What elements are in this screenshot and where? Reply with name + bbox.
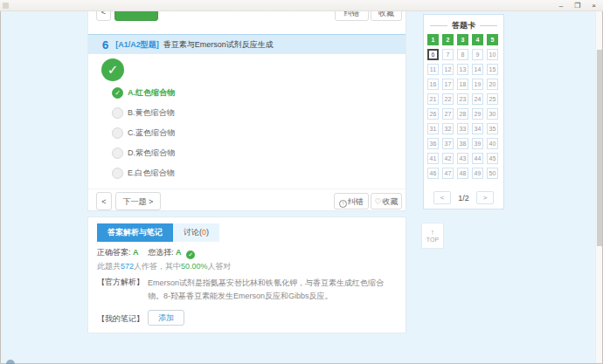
option-c-radio[interactable] — [112, 127, 123, 139]
answer-sheet-card: 答题卡 123456789101112131415161718192021222… — [423, 14, 504, 209]
answer-card-cell-40[interactable]: 40 — [487, 138, 498, 149]
option-c[interactable]: C.蓝色缩合物 — [112, 123, 175, 143]
answer-card-cell-15[interactable]: 15 — [487, 64, 498, 75]
restore-button[interactable]: ❐ — [574, 0, 580, 11]
close-button[interactable]: × — [592, 0, 596, 11]
answer-card-cell-19[interactable]: 19 — [472, 79, 483, 90]
report-error-icon: ! — [339, 200, 347, 208]
answer-card-cell-18[interactable]: 18 — [457, 79, 468, 90]
report-error-button[interactable]: !纠错 — [334, 193, 369, 209]
answer-card-cell-9[interactable]: 9 — [472, 49, 483, 60]
answer-card-cell-23[interactable]: 23 — [457, 93, 468, 105]
option-d[interactable]: D.紫色缩合物 — [112, 143, 175, 163]
question-nav-row: < 下一题 > !纠错 ♡收藏 — [88, 189, 405, 210]
answer-card-cell-8[interactable]: 8 — [457, 49, 468, 60]
answer-card-cell-12[interactable]: 12 — [442, 64, 454, 75]
answer-card-cell-35[interactable]: 35 — [487, 123, 498, 134]
question-header: 6 [A1/A2型题] 香豆素与Emerson试剂反应生成 — [88, 34, 405, 54]
answer-card-cell-14[interactable]: 14 — [472, 64, 483, 75]
option-b-radio[interactable] — [112, 107, 123, 119]
answer-card-cell-25[interactable]: 25 — [487, 93, 498, 105]
answer-card-cell-45[interactable]: 45 — [487, 153, 498, 164]
answer-card-cell-21[interactable]: 21 — [427, 93, 439, 105]
answer-result-line: 正确答案: A 您选择: A ✓ — [97, 247, 195, 259]
answer-card-cell-48[interactable]: 48 — [457, 168, 468, 179]
official-analysis-label: 【官方解析】 — [97, 277, 144, 288]
tab-answer-analysis[interactable]: 答案解析与笔记 — [97, 223, 173, 242]
answer-card-cell-41[interactable]: 41 — [427, 153, 439, 164]
answer-card-cell-43[interactable]: 43 — [457, 153, 468, 164]
answer-card-cell-42[interactable]: 42 — [442, 153, 454, 164]
title-divider-left — [430, 25, 447, 26]
answer-card-cell-6[interactable]: 6 — [427, 49, 439, 60]
answer-stats-line: 此题共572人作答，其中50.00%人答对 — [97, 261, 232, 272]
answer-card-cell-17[interactable]: 17 — [442, 79, 454, 90]
up-arrow-icon: ↑ — [431, 229, 435, 237]
answer-card-cell-26[interactable]: 26 — [427, 108, 439, 120]
option-e-radio[interactable] — [112, 168, 123, 179]
window-titlebar: – ❐ × — [0, 0, 603, 11]
answer-card-cell-3[interactable]: 3 — [457, 34, 468, 45]
option-e-label: E.白色缩合物 — [128, 168, 175, 179]
scrollbar-thumb[interactable] — [597, 50, 602, 246]
answer-card-cell-24[interactable]: 24 — [472, 93, 483, 105]
answer-card-cell-20[interactable]: 20 — [487, 79, 498, 90]
answer-card-cell-10[interactable]: 10 — [487, 49, 498, 60]
answer-card-cell-7[interactable]: 7 — [442, 49, 454, 60]
tab-discussion[interactable]: 讨论(0) — [173, 223, 219, 242]
answered-count: 572 — [121, 262, 134, 271]
question-number: 6 — [102, 38, 108, 52]
answer-card-cell-27[interactable]: 27 — [442, 108, 454, 120]
add-note-button[interactable]: 添加 — [148, 310, 184, 326]
answer-card-cell-28[interactable]: 28 — [457, 108, 468, 120]
answer-card-cell-36[interactable]: 36 — [427, 138, 439, 149]
answer-card-cell-38[interactable]: 38 — [457, 138, 468, 149]
answer-card-cell-13[interactable]: 13 — [457, 64, 468, 75]
answer-card-cell-4[interactable]: 4 — [472, 34, 483, 45]
answer-card-cell-37[interactable]: 37 — [442, 138, 454, 149]
answer-card-cell-44[interactable]: 44 — [472, 153, 483, 164]
answer-card-cell-1[interactable]: 1 — [427, 34, 439, 45]
chosen-answer-label: 您选择: — [148, 248, 174, 257]
answer-card-cell-11[interactable]: 11 — [427, 64, 439, 75]
answer-card-cell-30[interactable]: 30 — [487, 108, 498, 120]
answer-card-cell-31[interactable]: 31 — [427, 123, 439, 134]
next-question-button[interactable]: 下一题 > — [115, 192, 161, 210]
vertical-scrollbar[interactable] — [595, 11, 602, 363]
my-notes-label: 【我的笔记】 — [97, 313, 144, 325]
answer-card-cell-34[interactable]: 34 — [472, 123, 483, 134]
answer-card-cell-16[interactable]: 16 — [427, 79, 439, 90]
favorite-button[interactable]: ♡收藏 — [371, 193, 402, 209]
app-window: { "window": { "minimize": "–", "restore"… — [0, 0, 603, 364]
answer-card-cell-50[interactable]: 50 — [487, 168, 498, 179]
answer-card-cell-49[interactable]: 49 — [472, 168, 483, 179]
answer-card-cell-2[interactable]: 2 — [442, 34, 454, 45]
answer-card-cell-33[interactable]: 33 — [457, 123, 468, 134]
answer-card-cell-39[interactable]: 39 — [472, 138, 483, 149]
analysis-tabs: 答案解析与笔记 讨论(0) — [97, 223, 219, 242]
minimize-button[interactable]: – — [559, 0, 563, 11]
pager-prev-button[interactable]: < — [433, 191, 451, 204]
heart-icon: ♡ — [374, 197, 381, 206]
options-list: ✓ A.红色缩合物 B.黄色缩合物 C.蓝色缩合物 D.紫色缩合物 E.白色缩合… — [112, 83, 175, 183]
answer-card-cell-46[interactable]: 46 — [427, 168, 439, 179]
answer-card-cell-22[interactable]: 22 — [442, 93, 454, 105]
answer-card-cell-29[interactable]: 29 — [472, 108, 483, 120]
help-icon[interactable] — [6, 360, 15, 364]
option-c-label: C.蓝色缩合物 — [128, 127, 175, 139]
correct-answer-label: 正确答案: — [97, 248, 131, 257]
option-a-label: A.红色缩合物 — [128, 87, 175, 99]
option-a-radio-check-icon[interactable]: ✓ — [112, 87, 123, 99]
answer-sheet-title: 答题卡 — [424, 20, 503, 31]
option-d-radio[interactable] — [112, 148, 123, 159]
pager-next-button[interactable]: > — [476, 191, 494, 204]
prev-question-button[interactable]: < — [96, 192, 112, 210]
answer-card-cell-5[interactable]: 5 — [487, 34, 498, 45]
option-a[interactable]: ✓ A.红色缩合物 — [112, 83, 175, 103]
back-to-top-button[interactable]: ↑ TOP — [421, 223, 444, 249]
answer-card-cell-47[interactable]: 47 — [442, 168, 454, 179]
option-b[interactable]: B.黄色缩合物 — [112, 103, 175, 123]
option-e[interactable]: E.白色缩合物 — [112, 163, 175, 183]
title-divider-right — [480, 25, 497, 26]
answer-card-cell-32[interactable]: 32 — [442, 123, 454, 134]
